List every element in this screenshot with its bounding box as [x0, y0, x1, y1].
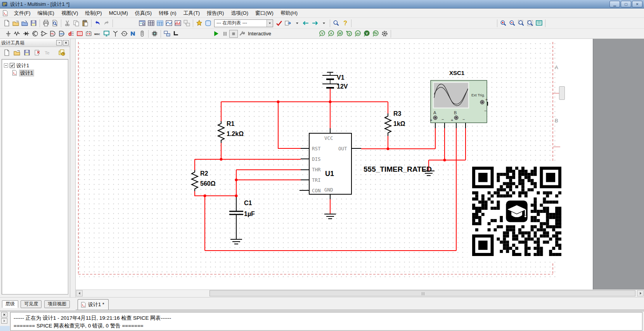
sidebar-tab-project-view[interactable]: 项目视图: [44, 300, 70, 308]
probe-power-icon[interactable]: W: [336, 30, 345, 38]
component-wizard-icon[interactable]: [195, 19, 204, 28]
hier-block-icon[interactable]: [163, 30, 171, 38]
undo-icon[interactable]: [93, 19, 102, 28]
tree-child-row[interactable]: 设计1: [11, 69, 67, 77]
electromech-icon[interactable]: [120, 30, 129, 38]
title-bar[interactable]: 设计1 - Multisim - [设计1 *] ▁ ▢ ✕: [0, 0, 644, 9]
stop-simulation-button[interactable]: [229, 30, 238, 38]
menu-item-8[interactable]: 工具(T): [180, 9, 204, 17]
transfer-back-annotate-icon[interactable]: [301, 19, 310, 28]
minimize-button[interactable]: ▁: [609, 1, 620, 7]
panel-splitter[interactable]: [70, 39, 76, 297]
probe-ref-voltage-icon[interactable]: V: [362, 30, 371, 38]
find-icon[interactable]: [332, 19, 341, 28]
dropdown-arrow-icon[interactable]: [267, 20, 273, 27]
zoom-in-icon[interactable]: [499, 19, 508, 28]
panel-minimize-icon[interactable]: [56, 40, 62, 45]
scroll-left-icon[interactable]: [76, 290, 83, 296]
close-button[interactable]: ✕: [632, 1, 642, 7]
grapher-icon[interactable]: [164, 19, 173, 28]
mcu-icon[interactable]: [150, 30, 159, 38]
transfer-forward-annotate-icon[interactable]: [310, 19, 319, 28]
zoom-out-icon[interactable]: [508, 19, 517, 28]
menu-item-11[interactable]: 窗口(W): [252, 9, 277, 17]
tree-checkbox[interactable]: [10, 63, 15, 68]
bus-icon[interactable]: [171, 30, 180, 38]
dropdown-arrow[interactable]: [293, 19, 301, 28]
menu-item-3[interactable]: 视图(V): [58, 9, 81, 17]
probe-current-icon[interactable]: A: [327, 30, 336, 38]
analog-icon[interactable]: [40, 30, 48, 38]
resistor-r3[interactable]: R3 1kΩ: [385, 110, 405, 136]
sb-pages-icon[interactable]: [57, 48, 67, 57]
new-file-icon[interactable]: [2, 19, 11, 28]
menu-item-7[interactable]: 转移 (n): [155, 9, 180, 17]
maximize-button[interactable]: ▢: [621, 1, 631, 7]
pause-simulation-button[interactable]: [220, 30, 229, 38]
probe-voltage-icon[interactable]: V: [318, 30, 327, 38]
paste-icon[interactable]: [81, 19, 90, 28]
results-log[interactable]: ------ 正在为 设计1 - 2017年4月11日, 19:21:16 检查…: [10, 312, 642, 331]
sb-open-icon[interactable]: [12, 48, 22, 57]
probe-digital-icon[interactable]: [371, 30, 380, 38]
transfer-ultiboard-icon[interactable]: [284, 19, 293, 28]
design-toolbox-icon[interactable]: [138, 19, 147, 28]
timer-u1[interactable]: VCC RST DIS THR TRI CON OUT GND U1: [309, 133, 351, 194]
misc-icon[interactable]: MISC: [93, 30, 102, 38]
indicator-icon[interactable]: [75, 30, 84, 38]
basic-icon[interactable]: [13, 30, 22, 38]
cut-icon[interactable]: [63, 19, 72, 28]
diode-icon[interactable]: [22, 30, 31, 38]
sb-close-icon[interactable]: [32, 48, 42, 57]
resistor-r1[interactable]: R1 1.2kΩ: [218, 120, 244, 143]
part-name-label[interactable]: 555_TIMER_RATED: [364, 165, 432, 173]
menu-item-6[interactable]: 仿真(S): [132, 9, 155, 17]
redo-icon[interactable]: [102, 19, 111, 28]
probe-diff-voltage-icon[interactable]: V: [345, 30, 353, 38]
ttl-icon[interactable]: TTL: [48, 30, 57, 38]
probe-voltage-current-icon[interactable]: AV: [353, 30, 362, 38]
horizontal-scrollbar[interactable]: [76, 289, 644, 296]
results-expand-icon[interactable]: [1, 318, 7, 324]
copy-icon[interactable]: [72, 19, 81, 28]
open-file-icon[interactable]: [11, 19, 20, 28]
menu-item-9[interactable]: 报告(R): [203, 9, 227, 17]
capacitor-c1[interactable]: C1 1µF: [229, 200, 255, 217]
ni-components-icon[interactable]: [129, 30, 138, 38]
save-icon[interactable]: [29, 19, 38, 28]
menu-item-1[interactable]: 文件(F): [10, 9, 34, 17]
oscilloscope-xsc1[interactable]: XSC1 A B Ext Trig. + − + − +: [430, 70, 488, 123]
horizontal-scrollbar-thumb[interactable]: [209, 290, 635, 296]
tree-root-row[interactable]: 设计1: [3, 62, 67, 69]
document-tab[interactable]: 设计1 *: [78, 299, 109, 310]
zoom-fullscreen-icon[interactable]: [535, 19, 544, 28]
open-sample-icon[interactable]: [20, 19, 29, 28]
source-icon[interactable]: [4, 30, 13, 38]
sb-new-icon[interactable]: [2, 48, 12, 57]
scroll-right-icon[interactable]: [637, 290, 644, 296]
spreadsheet-view-icon[interactable]: [147, 19, 156, 28]
menu-item-2[interactable]: 编辑(E): [34, 9, 58, 17]
help-icon[interactable]: ?: [341, 19, 350, 28]
dropdown-arrow[interactable]: [319, 19, 328, 28]
print-preview-icon[interactable]: [50, 19, 59, 28]
sidebar-tab-visibility[interactable]: 可见度: [21, 300, 42, 308]
menu-item-4[interactable]: 绘制(P): [81, 9, 105, 17]
rf-icon[interactable]: [111, 30, 120, 38]
transistor-icon[interactable]: [31, 30, 40, 38]
zoom-fit-icon[interactable]: [526, 19, 535, 28]
misc-digital-icon[interactable]: d: [66, 30, 75, 38]
hierarchy-icon[interactable]: [182, 19, 191, 28]
peripherals-icon[interactable]: [102, 30, 111, 38]
database-icon[interactable]: [156, 19, 164, 28]
menu-item-5[interactable]: MCU(M): [106, 9, 132, 17]
voltage-source-v1[interactable]: V1 12V: [322, 72, 348, 90]
vertical-scrollbar-thumb[interactable]: [559, 86, 565, 100]
run-simulation-button[interactable]: [211, 30, 220, 38]
connector-icon[interactable]: [138, 30, 147, 38]
erc-check-icon[interactable]: [275, 19, 284, 28]
cmos-icon[interactable]: CMOS: [57, 30, 66, 38]
panel-close-icon[interactable]: [63, 40, 69, 45]
tree-expander-icon[interactable]: [4, 63, 8, 68]
tree-child-label[interactable]: 设计1: [19, 70, 34, 77]
